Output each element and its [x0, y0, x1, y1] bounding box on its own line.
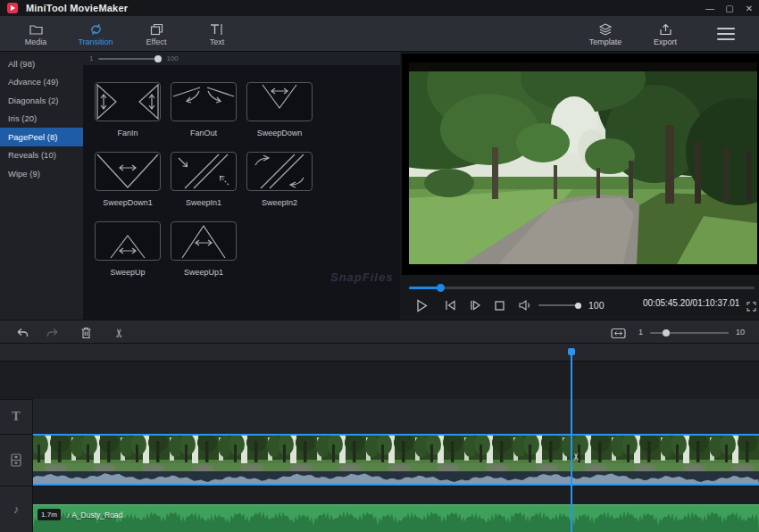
app-title: MiniTool MovieMaker	[26, 3, 128, 13]
audio-clip[interactable]: 1.7m ♪ A_Dusty_Road	[33, 504, 759, 532]
snapfiles-watermark: SnapFiles	[330, 270, 393, 284]
audio-duration-badge: 1.7m	[38, 509, 61, 520]
transition-name: SweepUp	[88, 268, 168, 277]
timeline-ruler[interactable]	[0, 344, 759, 362]
template-layers-icon	[598, 23, 613, 36]
minimize-button[interactable]: —	[700, 0, 720, 16]
maximize-button[interactable]: ▢	[720, 0, 739, 16]
transition-name: SweepDown1	[88, 198, 168, 207]
text-icon	[210, 23, 224, 36]
seek-track[interactable]	[409, 287, 755, 289]
duration-slider[interactable]	[98, 58, 159, 60]
timeline-zoom-thumb[interactable]	[663, 329, 670, 337]
transition-card-sweepup1[interactable]	[171, 221, 237, 261]
tab-transition-label: Transition	[78, 37, 113, 46]
fullscreen-button[interactable]	[746, 299, 756, 315]
transition-icon	[89, 23, 103, 36]
text-track-header[interactable]: T	[0, 400, 33, 434]
playhead-line[interactable]	[571, 353, 572, 532]
split-button[interactable]: ✂	[111, 325, 127, 341]
transition-name: SweepIn1	[163, 198, 244, 207]
play-button[interactable]	[414, 295, 430, 316]
video-clip-thumbnails	[33, 436, 759, 471]
transition-duration-row: 1 100	[83, 52, 400, 65]
sidebar-item-reveals[interactable]: Reveals (10)	[0, 146, 83, 165]
template-label: Template	[589, 37, 622, 46]
audio-track-header[interactable]: ♪	[0, 486, 33, 532]
transition-card-sweepin1[interactable]	[171, 152, 237, 191]
audio-waveform	[33, 511, 759, 532]
media-folder-icon	[29, 23, 43, 36]
effect-icon	[150, 23, 163, 36]
sweepin1-icon	[172, 154, 235, 189]
music-note-icon: ♪	[13, 503, 20, 516]
timeline: T	[0, 344, 759, 532]
template-button[interactable]: Template	[580, 20, 630, 49]
sidebar-item-wipe[interactable]: Wipe (9)	[0, 164, 83, 183]
video-frame	[409, 62, 757, 264]
transition-name: SweepDown	[239, 129, 320, 137]
zoom-min-label: 1	[638, 328, 643, 337]
transition-card-fanout[interactable]	[171, 82, 237, 121]
sweepdown-icon	[248, 84, 311, 120]
transition-card-sweepup[interactable]	[95, 221, 161, 261]
transition-card-sweepin2[interactable]	[246, 152, 313, 191]
menu-button[interactable]	[717, 28, 735, 40]
sidebar-item-pagepeel[interactable]: PagePeel (8)	[0, 128, 83, 146]
video-screen[interactable]	[402, 54, 759, 275]
video-clip[interactable]: ✂	[33, 434, 759, 486]
sidebar-item-diagonals[interactable]: Diagonals (2)	[0, 91, 83, 110]
duration-slider-thumb[interactable]	[154, 55, 162, 62]
zoom-max-label: 10	[736, 328, 745, 337]
sidebar-item-all[interactable]: All (98)	[0, 54, 83, 73]
main-toolbar: Media Transition Effect Text	[0, 16, 759, 52]
export-label: Export	[654, 37, 677, 46]
tab-effect[interactable]: Effect	[133, 20, 179, 49]
app-logo-icon	[7, 3, 18, 13]
sidebar-item-iris[interactable]: Iris (20)	[0, 110, 83, 129]
tab-media[interactable]: Media	[13, 20, 59, 49]
sweepin2-icon	[248, 154, 311, 189]
transition-card-sweepdown1[interactable]	[95, 152, 161, 191]
volume-slider[interactable]: 100	[538, 295, 605, 316]
title-bar: MiniTool MovieMaker — ▢ ✕	[0, 0, 759, 16]
fanout-icon	[172, 84, 235, 120]
tab-effect-label: Effect	[146, 37, 167, 46]
tab-media-label: Media	[25, 37, 47, 46]
seek-thumb[interactable]	[437, 284, 445, 292]
timeline-toolbar: ✂ 1 10	[0, 320, 759, 344]
next-frame-button[interactable]	[469, 295, 482, 316]
tab-text[interactable]: Text	[194, 20, 240, 49]
fit-timeline-button[interactable]	[610, 325, 626, 341]
redo-button[interactable]	[45, 325, 61, 341]
sweepup1-icon	[172, 223, 235, 259]
transition-category-sidebar: All (98) Advance (49) Diagonals (2) Iris…	[0, 52, 83, 320]
split-point-scissors-icon: ✂	[571, 453, 582, 461]
sidebar-item-advance[interactable]: Advance (49)	[0, 73, 83, 92]
sweepup-icon	[96, 223, 159, 259]
delete-button[interactable]	[78, 325, 94, 341]
stop-button[interactable]	[494, 295, 505, 316]
volume-thumb[interactable]	[575, 303, 581, 309]
tab-transition[interactable]: Transition	[72, 20, 119, 49]
transition-card-fanin[interactable]	[95, 82, 161, 121]
video-audio-waveform	[33, 471, 759, 484]
text-track-lane[interactable]	[33, 399, 759, 434]
preview-seekbar[interactable]	[409, 284, 755, 292]
export-button[interactable]: Export	[640, 20, 690, 49]
transition-name: FanOut	[163, 129, 244, 137]
playhead-handle[interactable]	[568, 348, 575, 355]
previous-frame-button[interactable]	[444, 295, 457, 316]
tab-text-label: Text	[210, 37, 225, 46]
transition-name: FanIn	[88, 129, 168, 137]
transition-card-sweepdown[interactable]	[246, 82, 313, 121]
timeline-zoom-slider[interactable]	[650, 332, 729, 334]
duration-min-label: 1	[89, 54, 93, 62]
volume-button[interactable]	[518, 295, 532, 316]
undo-button[interactable]	[13, 325, 29, 341]
video-track-header[interactable]	[0, 435, 33, 486]
app-window: MiniTool MovieMaker — ▢ ✕ Media Transiti…	[0, 0, 759, 532]
close-button[interactable]: ✕	[739, 0, 759, 16]
volume-value: 100	[588, 300, 605, 311]
volume-track[interactable]	[538, 304, 581, 306]
